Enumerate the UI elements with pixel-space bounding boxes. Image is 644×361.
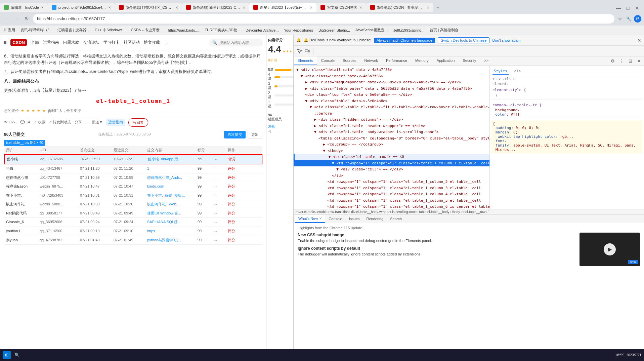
- star-2[interactable]: ★: [26, 108, 30, 114]
- settings-icon[interactable]: ⚙: [609, 57, 616, 65]
- start-button[interactable]: ⊞: [3, 351, 11, 359]
- dom-line[interactable]: ▼ <div class="inner" data-v-4a5a7f56>: [294, 73, 489, 80]
- table-row[interactable]: youtian.L qq_37116560 07-21 09:10 07-21 …: [4, 227, 262, 236]
- bookmark-5[interactable]: https://pan.baidu....: [167, 28, 201, 33]
- play-button[interactable]: ▶: [604, 243, 616, 255]
- inspect-element-icon[interactable]: [296, 47, 303, 55]
- row-content[interactable]: 以山河作礼._Web...: [145, 201, 196, 207]
- row-content[interactable]: 想你依然心痛_Andr...: [145, 175, 196, 181]
- hamburger-menu[interactable]: ≡: [3, 40, 6, 46]
- tab-close-7[interactable]: ✕: [427, 6, 429, 9]
- post-button[interactable]: 发帖: [268, 124, 292, 129]
- bookmark-3[interactable]: C++ 中 Windows...: [93, 27, 127, 33]
- tab-close-1[interactable]: ✕: [41, 6, 44, 9]
- tab-application[interactable]: Application: [433, 56, 459, 65]
- search-taskbar[interactable]: 🔍: [13, 351, 21, 359]
- tab-sources[interactable]: Sources: [339, 56, 360, 65]
- whats-new-video[interactable]: ▶ new: [579, 233, 640, 266]
- tab-4[interactable]: (5条消息) 新星计划2023-CSDN... ✕: [182, 3, 249, 12]
- star-5[interactable]: ★: [42, 108, 46, 114]
- tab-network[interactable]: Network: [360, 56, 382, 65]
- row-action[interactable]: 评分: [226, 193, 243, 199]
- dom-line[interactable]: ▼ <div class="detail-main" data-v-4a5a7f…: [294, 67, 489, 73]
- bookmark-6[interactable]: THREE实战4_3D校...: [203, 27, 242, 33]
- bottom-tab-search[interactable]: Search: [387, 215, 405, 223]
- breadcrumb-item[interactable]: 1: [488, 210, 490, 214]
- dom-line[interactable]: <td rowspan="1" colspan="1" class="el-ta…: [294, 198, 489, 204]
- bookmark-12[interactable]: 首页 | 高德控制台: [428, 27, 460, 33]
- breadcrumb-item[interactable]: div.el-table__body-wrapper.is-scrolling-…: [351, 210, 417, 214]
- dom-line[interactable]: ▶ <div class="el-table__header-wrapper">…: [294, 123, 489, 129]
- tab-close-3[interactable]: ✕: [175, 6, 178, 9]
- tab-6[interactable]: 写文章-CSDN博客 ✕: [316, 3, 366, 12]
- dom-line[interactable]: <td rowspan="1" colspan="1" class="el-ta…: [294, 185, 489, 192]
- tab-close-2[interactable]: ✕: [108, 6, 111, 9]
- dom-line[interactable]: ▶ <div class="hidden-columns"> == </div>: [294, 117, 489, 123]
- device-toolbar-icon[interactable]: [304, 47, 311, 55]
- channel-tag[interactable]: 运营指南: [106, 119, 125, 126]
- dom-line[interactable]: ::before: [294, 111, 489, 117]
- maximize-button[interactable]: □: [624, 4, 632, 12]
- star-4[interactable]: ★: [37, 108, 40, 114]
- bottom-tab-rendering[interactable]: Rendering: [363, 215, 387, 223]
- nav-link-all[interactable]: 全部: [31, 40, 39, 45]
- dom-line[interactable]: ▼ <tbody>: [294, 148, 489, 154]
- bookmark-11[interactable]: JeffLi1993/spring...: [392, 28, 426, 33]
- profile-icon[interactable]: 已: [634, 15, 641, 23]
- tab-5[interactable]: 新星计划2023【vue3(ts)+antd... ✕: [249, 3, 316, 12]
- tab-3[interactable]: (5条消息) IT技术社区_CSDN专... ✕: [115, 3, 182, 12]
- breadcrumb-item[interactable]: rover.el-table--enable-row-transition: [296, 210, 349, 214]
- close-button[interactable]: ✕: [633, 4, 641, 12]
- tab-performance[interactable]: Performance: [382, 56, 411, 65]
- bookmark-9[interactable]: BigScreen Studio...: [317, 28, 351, 33]
- dom-line[interactable]: <td rowspan="1" colspan="1" class="el-ta…: [294, 191, 489, 198]
- new-tab-button[interactable]: +: [433, 3, 443, 12]
- row-content[interactable]: 1: [145, 166, 196, 172]
- row-content[interactable]: python与深度学习(...: [145, 237, 196, 243]
- site-logo[interactable]: CSDN: [10, 39, 27, 46]
- bookmark-4[interactable]: CSDN - 专业开发...: [130, 27, 164, 33]
- comments-action[interactable]: 💬 14: [20, 119, 30, 125]
- tab-elements[interactable]: Elements: [294, 56, 317, 65]
- dom-line[interactable]: ▼ <div class="el-table el-table--fit el-…: [294, 104, 489, 111]
- nav-link-forum[interactable]: 交流论坛: [83, 40, 99, 45]
- star-1[interactable]: ★: [21, 108, 24, 114]
- row-action[interactable]: 评分: [226, 228, 243, 234]
- nav-link-qa[interactable]: 问题求助: [63, 40, 79, 45]
- row-content[interactable]: baidu.com: [145, 184, 196, 190]
- dom-line[interactable]: ▶ <div class="table-outer" data-v-56585d…: [294, 86, 489, 92]
- bookmark-10[interactable]: JavaScript 函数定...: [354, 27, 389, 33]
- bookmark-2[interactable]: 汇编语言 | 虎存器...: [56, 27, 91, 33]
- minimize-button[interactable]: —: [614, 4, 622, 12]
- always-match-language-button[interactable]: Always match Chrome's language: [374, 38, 435, 43]
- dock-icon[interactable]: ⊟: [627, 57, 634, 65]
- nav-link-collect[interactable]: 博文收藏: [144, 40, 160, 45]
- collect-action[interactable]: ☆ 收藏: [34, 119, 45, 125]
- nav-link-activity[interactable]: 社区活动: [124, 40, 140, 45]
- styles-tab-styles[interactable]: Styles: [492, 68, 509, 75]
- dom-line[interactable]: ▼ <div class="el-table__body-wrapper is-…: [294, 129, 489, 135]
- plus-icon[interactable]: +: [513, 77, 515, 81]
- tab-security[interactable]: Security: [459, 56, 480, 65]
- write-reply-button[interactable]: 写回复: [128, 118, 148, 127]
- more-options-icon[interactable]: ⋮: [618, 57, 625, 65]
- dom-line[interactable]: ▼ <div class="cell"> == </div>: [294, 166, 489, 173]
- back-button[interactable]: ←: [3, 15, 11, 23]
- score-star-2[interactable]: ★: [286, 49, 289, 53]
- dom-line[interactable]: ▶ <colgroup> == </colgroup>: [294, 142, 489, 148]
- breadcrumb-item[interactable]: tr.el-table__row: [463, 210, 485, 214]
- row-action[interactable]: 评分: [226, 219, 243, 225]
- nav-link-study[interactable]: 学习打卡: [103, 40, 120, 45]
- notify-close-button[interactable]: ✕: [637, 38, 641, 43]
- devtools-close-icon[interactable]: ✕: [635, 57, 643, 65]
- row-content[interactable]: SAP HANA SQL函...: [145, 219, 196, 225]
- row-content[interactable]: 在下小吉._好题_模板...: [145, 193, 196, 199]
- share2-action[interactable]: 分享: [75, 119, 82, 125]
- more-action[interactable]: ...: [85, 119, 88, 125]
- tab-more[interactable]: >>: [480, 56, 492, 65]
- cls-label[interactable]: .cls: [503, 77, 511, 81]
- tab-7[interactable]: (5条消息) CSDN - 专业发者社... ✕: [366, 3, 433, 12]
- tab-2[interactable]: project-iprj649de061b2ce4d... ✕: [48, 3, 115, 12]
- dom-line[interactable]: ▼ <tr class="el-table__row"> == $0: [294, 154, 489, 160]
- table-row[interactable]: 想你依然心痛 u014727709 07-21 10:59 07-21 10:5…: [4, 173, 262, 183]
